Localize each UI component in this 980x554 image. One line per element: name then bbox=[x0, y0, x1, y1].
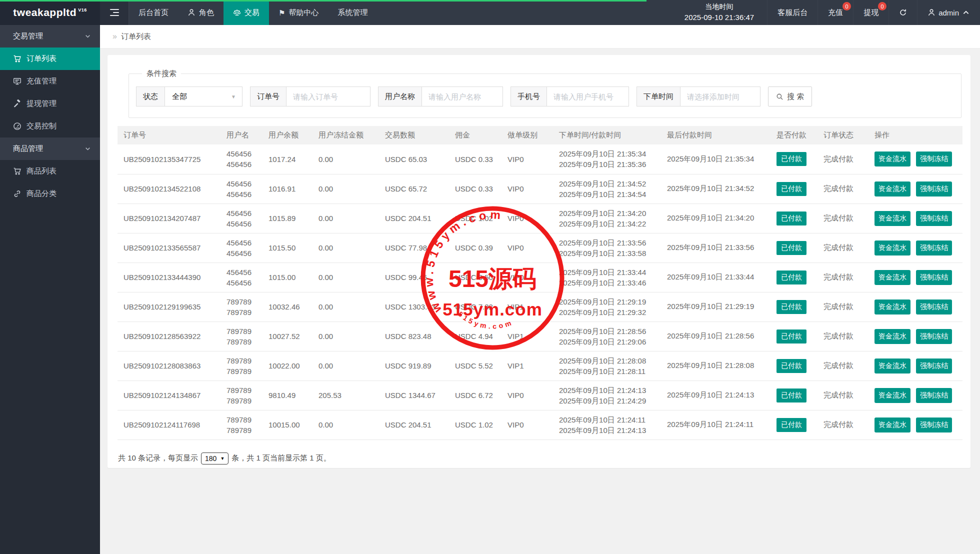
balance-cell: 1016.91 bbox=[262, 174, 312, 204]
user-name-cell: 789789789789 bbox=[220, 410, 262, 440]
person-icon bbox=[188, 8, 196, 16]
nav-system[interactable]: 系统管理 bbox=[328, 0, 377, 25]
refresh-button[interactable] bbox=[888, 0, 917, 25]
sidebar-item-order-list[interactable]: 订单列表 bbox=[0, 48, 100, 70]
commission-cell: USDC 0.33 bbox=[449, 174, 502, 204]
logo-text: tweakappltd bbox=[13, 6, 76, 18]
table-row: UB2509102124117698 789789789789 10015.00… bbox=[118, 410, 962, 440]
logo-version: V16 bbox=[78, 8, 87, 12]
scale-icon bbox=[233, 8, 241, 16]
order-time-cell: 2025年09月10日 21:28:562025年09月10日 21:29:06 bbox=[553, 322, 661, 351]
search-button[interactable]: 搜 索 bbox=[768, 86, 812, 106]
withdraw-link[interactable]: 提现 0 bbox=[853, 0, 888, 25]
gavel-icon bbox=[13, 100, 22, 108]
nav-dashboard[interactable]: 后台首页 bbox=[129, 0, 178, 25]
paid-badge: 已付款 bbox=[776, 182, 806, 196]
loading-progress-bar bbox=[0, 0, 646, 2]
gauge-icon bbox=[13, 122, 22, 130]
balance-cell: 1015.89 bbox=[262, 204, 312, 233]
last-pay-time-cell: 2025年09月10日 21:24:11 bbox=[661, 410, 770, 440]
fund-flow-button[interactable]: 资金流水 bbox=[874, 152, 910, 166]
amount-cell: USDC 65.72 bbox=[379, 174, 449, 204]
force-freeze-button[interactable]: 强制冻结 bbox=[916, 270, 952, 285]
order-time-input[interactable] bbox=[680, 87, 760, 106]
service-backend-link[interactable]: 客服后台 bbox=[767, 0, 818, 25]
force-freeze-button[interactable]: 强制冻结 bbox=[916, 358, 952, 374]
level-cell: VIP0 bbox=[502, 262, 553, 292]
fund-flow-button[interactable]: 资金流水 bbox=[874, 358, 910, 374]
order-no-cell: UB2509102129199635 bbox=[118, 292, 220, 322]
table-row: UB2509102133444390 456456456456 1015.00 … bbox=[118, 262, 962, 292]
commission-cell: USDC 0.50 bbox=[449, 262, 502, 292]
sidebar-group-goods[interactable]: 商品管理 bbox=[0, 138, 100, 160]
order-time-cell: 2025年09月10日 21:29:192025年09月10日 21:29:32 bbox=[553, 292, 661, 322]
sidebar-group-trade[interactable]: 交易管理 bbox=[0, 25, 100, 48]
last-pay-time-cell: 2025年09月10日 21:34:20 bbox=[661, 204, 770, 233]
sidebar-item-goods-list[interactable]: 商品列表 bbox=[0, 160, 100, 182]
link-icon bbox=[13, 190, 22, 198]
sidebar-toggle-button[interactable] bbox=[100, 0, 129, 25]
commission-cell: USDC 6.72 bbox=[449, 380, 502, 410]
recharge-link[interactable]: 充值 0 bbox=[818, 0, 853, 25]
nav-help-center[interactable]: ⚑ 帮助中心 bbox=[269, 0, 328, 25]
sidebar: 交易管理 订单列表 充值管理 提现管理 交易控制 商品管理 商品列表 商品分类 bbox=[0, 25, 100, 554]
balance-cell: 1017.24 bbox=[262, 144, 312, 174]
paid-cell: 已付款 bbox=[770, 380, 818, 410]
fund-flow-button[interactable]: 资金流水 bbox=[874, 418, 910, 432]
clock-value: 2025-09-10 21:36:47 bbox=[684, 12, 754, 24]
actions-cell: 资金流水 强制冻结 bbox=[868, 292, 962, 322]
paid-badge: 已付款 bbox=[776, 152, 806, 166]
last-pay-time-cell: 2025年09月10日 21:33:44 bbox=[661, 262, 770, 292]
frozen-cell: 0.00 bbox=[312, 144, 379, 174]
person-icon bbox=[928, 8, 936, 16]
user-name-cell: 456456456456 bbox=[220, 262, 262, 292]
fund-flow-button[interactable]: 资金流水 bbox=[874, 270, 910, 285]
nav-trade[interactable]: 交易 bbox=[224, 0, 269, 25]
main-area: » 订单列表 条件搜索 状态 全部 ▼ 订单号 用户名称 bbox=[100, 25, 980, 554]
amount-cell: USDC 99.46 bbox=[379, 262, 449, 292]
force-freeze-button[interactable]: 强制冻结 bbox=[916, 152, 952, 166]
user-name-cell: 456456456456 bbox=[220, 144, 262, 174]
orders-card: 条件搜索 状态 全部 ▼ 订单号 用户名称 bbox=[108, 55, 970, 468]
fund-flow-button[interactable]: 资金流水 bbox=[874, 388, 910, 403]
fund-flow-button[interactable]: 资金流水 bbox=[874, 240, 910, 256]
order-time-cell: 2025年09月10日 21:24:132025年09月10日 21:24:29 bbox=[553, 380, 661, 410]
page-size-select[interactable]: 180 ▼ bbox=[201, 452, 228, 464]
fund-flow-button[interactable]: 资金流水 bbox=[874, 300, 910, 314]
sidebar-item-goods-category[interactable]: 商品分类 bbox=[0, 182, 100, 205]
status-select[interactable]: 全部 ▼ bbox=[165, 86, 242, 106]
order-status-cell: 完成付款 bbox=[818, 262, 868, 292]
force-freeze-button[interactable]: 强制冻结 bbox=[916, 182, 952, 196]
select-caret-icon: ▼ bbox=[220, 456, 224, 461]
table-row: UB2509102134207487 456456456456 1015.89 … bbox=[118, 204, 962, 233]
order-no-cell: UB2509102128563922 bbox=[118, 322, 220, 351]
force-freeze-button[interactable]: 强制冻结 bbox=[916, 211, 952, 226]
frozen-cell: 0.00 bbox=[312, 351, 379, 380]
fund-flow-button[interactable]: 资金流水 bbox=[874, 182, 910, 196]
paid-cell: 已付款 bbox=[770, 204, 818, 233]
nav-roles[interactable]: 角色 bbox=[178, 0, 224, 25]
order-time-cell: 2025年09月10日 21:28:082025年09月10日 21:28:11 bbox=[553, 351, 661, 380]
force-freeze-button[interactable]: 强制冻结 bbox=[916, 240, 952, 256]
sidebar-item-recharge-mgmt[interactable]: 充值管理 bbox=[0, 70, 100, 92]
phone-input[interactable] bbox=[547, 87, 628, 106]
user-menu[interactable]: admin bbox=[917, 0, 980, 25]
commission-cell: USDC 7.82 bbox=[449, 292, 502, 322]
order-no-input[interactable] bbox=[286, 87, 370, 106]
fund-flow-button[interactable]: 资金流水 bbox=[874, 329, 910, 344]
user-name-input[interactable] bbox=[422, 87, 502, 106]
force-freeze-button[interactable]: 强制冻结 bbox=[916, 388, 952, 403]
order-status-cell: 完成付款 bbox=[818, 351, 868, 380]
force-freeze-button[interactable]: 强制冻结 bbox=[916, 329, 952, 344]
order-time-cell: 2025年09月10日 21:33:442025年09月10日 21:33:46 bbox=[553, 262, 661, 292]
fund-flow-button[interactable]: 资金流水 bbox=[874, 211, 910, 226]
force-freeze-button[interactable]: 强制冻结 bbox=[916, 418, 952, 432]
table-header-row: 订单号 用户名 用户余额 用户冻结金额 交易数额 佣金 做单级别 下单时间/付款… bbox=[118, 126, 962, 144]
order-time-cell: 2025年09月10日 21:24:112025年09月10日 21:24:13 bbox=[553, 410, 661, 440]
force-freeze-button[interactable]: 强制冻结 bbox=[916, 300, 952, 314]
sidebar-item-withdraw-mgmt[interactable]: 提现管理 bbox=[0, 92, 100, 115]
search-legend: 条件搜索 bbox=[142, 69, 181, 78]
sidebar-item-trade-control[interactable]: 交易控制 bbox=[0, 115, 100, 138]
order-status-cell: 完成付款 bbox=[818, 233, 868, 262]
paid-cell: 已付款 bbox=[770, 233, 818, 262]
